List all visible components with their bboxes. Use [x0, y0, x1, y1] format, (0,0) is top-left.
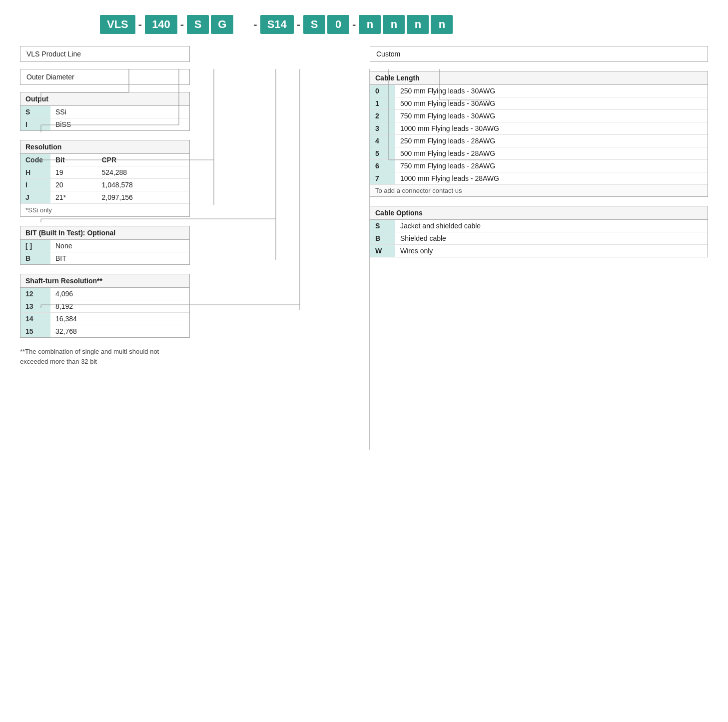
shaft-turn-block: Shaft-turn Resolution** 12 4,096 13 8,19… — [20, 274, 190, 338]
right-column: Custom Cable Length 0 250 mm Flying lead… — [190, 46, 708, 266]
code-cell: 12 — [20, 288, 50, 300]
value-cell: 500 mm Flying leads - 28AWG — [395, 147, 708, 160]
table-row: H 19 524,288 — [20, 166, 189, 179]
footnote: **The combination of single and multi sh… — [20, 347, 165, 366]
table-row: Code Bit CPR — [20, 154, 189, 166]
table-row: 6 750 mm Flying leads - 28AWG — [370, 160, 708, 172]
code-cell: 1 — [370, 97, 395, 110]
custom-label: Custom — [376, 50, 400, 58]
code-cell: H — [20, 166, 50, 179]
code-cell: [ ] — [20, 240, 50, 252]
shaft-turn-header: Shaft-turn Resolution** — [20, 274, 189, 288]
value-cell: Shielded cable — [395, 232, 708, 245]
value-cell: 8,192 — [50, 300, 189, 313]
table-row: B BIT — [20, 252, 189, 265]
value-cell: BiSS — [50, 118, 189, 131]
dash-2: - — [179, 18, 185, 31]
value-cell: Jacket and shielded cable — [395, 220, 708, 232]
shaft-turn-table: 12 4,096 13 8,192 14 16,384 15 32,768 — [20, 288, 189, 337]
code-cell: 14 — [20, 313, 50, 325]
code-cell: I — [20, 118, 50, 131]
seg-g: G — [211, 15, 233, 34]
product-line-box: VLS Product Line — [20, 46, 190, 62]
bit-cell: 20 — [50, 179, 96, 191]
code-cell: S — [370, 220, 395, 232]
code-cell: 2 — [370, 110, 395, 122]
col-bit: Bit — [50, 154, 96, 166]
output-header: Output — [20, 92, 189, 106]
product-line-label: VLS Product Line — [26, 50, 81, 58]
code-cell: B — [370, 232, 395, 245]
cable-length-note-row: To add a connector contact us — [370, 185, 708, 197]
cable-options-header: Cable Options — [370, 206, 708, 220]
table-row: 12 4,096 — [20, 288, 189, 300]
value-cell: 1000 mm Flying leads - 30AWG — [395, 122, 708, 135]
code-cell: I — [20, 179, 50, 191]
value-cell: 1000 mm Flying leads - 28AWG — [395, 172, 708, 185]
dash-3: - — [252, 18, 258, 31]
code-cell: 3 — [370, 122, 395, 135]
cpr-cell: 2,097,156 — [96, 191, 189, 204]
value-cell: BIT — [50, 252, 189, 265]
code-cell: 15 — [20, 325, 50, 338]
table-row: 15 32,768 — [20, 325, 189, 338]
value-cell: 750 mm Flying leads - 30AWG — [395, 110, 708, 122]
seg-s2: S — [303, 15, 325, 34]
resolution-block: Resolution Code Bit CPR H 19 524,288 I 2 — [20, 140, 190, 217]
table-row: 2 750 mm Flying leads - 30AWG — [370, 110, 708, 122]
table-row: S Jacket and shielded cable — [370, 220, 708, 232]
cpr-cell: 1,048,578 — [96, 179, 189, 191]
bit-block: BIT (Built In Test): Optional [ ] None B… — [20, 226, 190, 265]
value-cell: None — [50, 240, 189, 252]
output-block: Output S SSi I BiSS — [20, 92, 190, 131]
value-cell: SSi — [50, 106, 189, 118]
table-row: J 21* 2,097,156 — [20, 191, 189, 204]
table-row: 14 16,384 — [20, 313, 189, 325]
table-row: 7 1000 mm Flying leads - 28AWG — [370, 172, 708, 185]
code-cell: 6 — [370, 160, 395, 172]
bit-table: [ ] None B BIT — [20, 240, 189, 264]
code-cell: J — [20, 191, 50, 204]
left-column: VLS Product Line Outer Diameter Output S… — [20, 46, 190, 366]
table-row: I BiSS — [20, 118, 189, 131]
code-cell: B — [20, 252, 50, 265]
seg-s: S — [187, 15, 209, 34]
col-cpr: CPR — [96, 154, 189, 166]
dash-4: - — [296, 18, 301, 31]
seg-0: 0 — [327, 15, 349, 34]
value-cell: 32,768 — [50, 325, 189, 338]
dash-1: - — [137, 18, 143, 31]
code-cell: S — [20, 106, 50, 118]
custom-box: Custom — [370, 46, 708, 62]
table-row: 13 8,192 — [20, 300, 189, 313]
seg-s14: S14 — [260, 15, 294, 34]
col-code: Code — [20, 154, 50, 166]
table-row: S SSi — [20, 106, 189, 118]
cpr-cell: 524,288 — [96, 166, 189, 179]
table-row: [ ] None — [20, 240, 189, 252]
value-cell: 500 mm Flying leads - 30AWG — [395, 97, 708, 110]
main-layout: VLS Product Line Outer Diameter Output S… — [20, 46, 708, 366]
part-number-bar: VLS - 140 - S G - S14 - S 0 - n n n n — [20, 15, 708, 34]
dash-5: - — [351, 18, 357, 31]
seg-n4: n — [431, 15, 453, 34]
resolution-note: *SSi only — [20, 203, 189, 216]
value-cell: 4,096 — [50, 288, 189, 300]
resolution-table: Code Bit CPR H 19 524,288 I 20 1,048,578 — [20, 154, 189, 203]
seg-n3: n — [407, 15, 429, 34]
code-cell: 0 — [370, 85, 395, 97]
table-row: 3 1000 mm Flying leads - 30AWG — [370, 122, 708, 135]
table-row: 5 500 mm Flying leads - 28AWG — [370, 147, 708, 160]
seg-vls: VLS — [100, 15, 135, 34]
table-row: B Shielded cable — [370, 232, 708, 245]
table-row: 4 250 mm Flying leads - 28AWG — [370, 135, 708, 147]
cable-options-block: Cable Options S Jacket and shielded cabl… — [370, 206, 708, 257]
value-cell: 16,384 — [50, 313, 189, 325]
value-cell: Wires only — [395, 245, 708, 257]
bit-header: BIT (Built In Test): Optional — [20, 226, 189, 240]
bit-cell: 19 — [50, 166, 96, 179]
output-table: S SSi I BiSS — [20, 106, 189, 130]
value-cell: 250 mm Flying leads - 28AWG — [395, 135, 708, 147]
seg-140: 140 — [145, 15, 177, 34]
outer-diameter-label: Outer Diameter — [26, 73, 74, 81]
